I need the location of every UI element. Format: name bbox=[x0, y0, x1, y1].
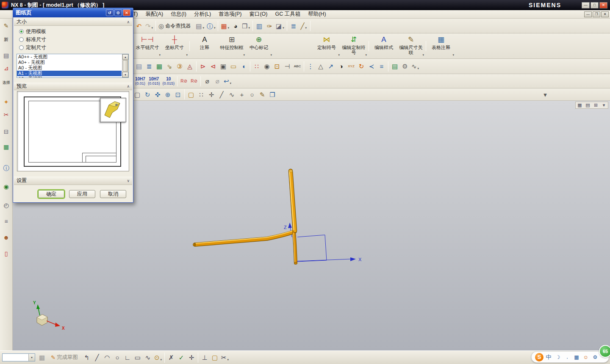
pencil-tool-icon[interactable]: ✎ bbox=[257, 89, 267, 100]
view-boundary-icon[interactable]: ▣ bbox=[218, 61, 228, 72]
list-scrollbar[interactable]: ▲ ▼ bbox=[122, 54, 128, 77]
scroll-thumb[interactable] bbox=[123, 60, 128, 72]
toolbox-icon[interactable]: ⚙ bbox=[591, 353, 599, 361]
parts-table-icon[interactable]: ▦ bbox=[2, 142, 11, 152]
circle-tool-icon[interactable]: ○ bbox=[247, 89, 257, 100]
diameter-symbol-icon[interactable]: ⌀ bbox=[202, 76, 212, 87]
section-view-icon[interactable]: ◖ bbox=[238, 61, 249, 72]
manual-icon[interactable]: ▯ bbox=[2, 249, 11, 258]
sogou-input-bar[interactable]: S中☽，▦☺⚙ bbox=[531, 351, 609, 363]
panel-icon[interactable]: ⊟ bbox=[2, 127, 11, 136]
menu-information[interactable]: 信息(I) bbox=[167, 10, 190, 19]
constraint-icon[interactable]: ⊥ bbox=[200, 352, 210, 363]
dim-style-10h7-0015-button[interactable]: 10H7(0.015) bbox=[147, 76, 161, 87]
dialog-close-icon[interactable]: ✕ bbox=[123, 9, 130, 16]
display-mode-icon[interactable]: ◕ bbox=[230, 20, 241, 31]
rectangle-select-icon[interactable]: ▢ bbox=[186, 89, 196, 100]
pan-view-icon[interactable]: ✜ bbox=[152, 89, 163, 100]
undo-icon[interactable]: ↶ bbox=[134, 20, 144, 31]
selection-label[interactable]: 选择 bbox=[2, 78, 11, 87]
people-icon[interactable]: ☻ bbox=[2, 233, 11, 242]
datum-feature-icon[interactable]: ⊳ bbox=[198, 61, 208, 72]
direct-sketch-icon[interactable]: ✎ bbox=[2, 21, 11, 30]
profile-icon[interactable]: ↰ bbox=[82, 352, 92, 363]
cancel-button[interactable]: 取消 bbox=[100, 190, 126, 198]
history-icon[interactable]: ▤ bbox=[2, 51, 11, 60]
film-view-icon[interactable]: ▦ bbox=[576, 102, 584, 108]
image-export-icon[interactable]: ▦▾ bbox=[219, 20, 230, 31]
notification-badge[interactable]: 65 bbox=[599, 345, 610, 358]
ordinate-dim-button[interactable]: ┼坐标尺寸▾ bbox=[161, 34, 188, 58]
lang-chinese-icon[interactable]: 中 bbox=[544, 353, 553, 361]
window-close-button[interactable]: ✕ bbox=[601, 11, 609, 17]
chevron-up-icon[interactable]: ∧ bbox=[127, 84, 130, 88]
radio-use-template[interactable]: 使用模板 bbox=[19, 28, 46, 34]
clock-icon[interactable]: ◴ bbox=[2, 201, 11, 210]
drawing-sheet-icon[interactable]: ▤ bbox=[134, 61, 144, 72]
horizontal-chain-dim-button[interactable]: ⊢⊣水平链尺寸▾ bbox=[134, 34, 161, 58]
chevron-down-icon[interactable]: ∨ bbox=[127, 179, 130, 183]
id-symbol-icon[interactable]: ◬ bbox=[185, 61, 195, 72]
minimize-button[interactable]: — bbox=[582, 2, 590, 8]
thumbnail-view-icon[interactable]: ▤ bbox=[584, 102, 592, 108]
radius-ref-symbol-icon[interactable]: R⊘ bbox=[189, 76, 199, 87]
task-list-icon[interactable]: ≡ bbox=[2, 217, 11, 226]
menu-preferences[interactable]: 首选项(P) bbox=[215, 10, 245, 19]
datum-cube-icon[interactable]: ❒ bbox=[267, 89, 277, 100]
menu-gc-toolbox[interactable]: GC 工具箱 bbox=[271, 10, 304, 19]
callout-icon[interactable]: ▭ bbox=[228, 61, 238, 72]
sheet-ops-icon[interactable]: ▥ bbox=[254, 20, 264, 31]
list-item[interactable]: A2 - 无视图 bbox=[17, 76, 122, 78]
chevron-up-icon[interactable]: ∧ bbox=[127, 20, 130, 24]
punctuation-icon[interactable]: ， bbox=[563, 353, 571, 361]
back-arrow-icon[interactable]: ↩▾ bbox=[222, 76, 233, 87]
menu-window[interactable]: 窗口(O) bbox=[245, 10, 271, 19]
settings-section-header[interactable]: 设置 ∨ bbox=[14, 176, 132, 185]
more-icon[interactable]: ▾ bbox=[600, 102, 608, 108]
wireframe-cube-icon[interactable]: ▢ bbox=[132, 89, 142, 100]
size-section-header[interactable]: 大小 ∧ bbox=[14, 18, 132, 26]
datum-target-icon[interactable]: ⊲ bbox=[208, 61, 218, 72]
parts-list-icon[interactable]: ▦ bbox=[154, 61, 164, 72]
selection-scope-combobox[interactable]: ▾ bbox=[2, 353, 35, 361]
window-minimize-button[interactable]: — bbox=[584, 11, 592, 17]
sogou-logo-icon[interactable]: S bbox=[535, 353, 543, 361]
snap-intersect-icon[interactable]: ✛ bbox=[186, 352, 197, 363]
auto-dimension-icon[interactable]: ▢ bbox=[210, 352, 220, 363]
point-tool-icon[interactable]: + bbox=[237, 89, 247, 100]
radius-symbol-icon[interactable]: R⊘ bbox=[179, 76, 189, 87]
menu-assemblies[interactable]: 装配(A) bbox=[141, 10, 167, 19]
studio-spline-icon[interactable]: ∿ bbox=[143, 352, 153, 363]
radio-standard-size[interactable]: 标准尺寸 bbox=[19, 36, 46, 42]
preview-section-header[interactable]: 预览 ∧ bbox=[14, 83, 132, 90]
command-finder-button[interactable]: ◎命令查找器 bbox=[157, 20, 192, 31]
point-icon[interactable]: ⊙▾ bbox=[153, 352, 163, 363]
menu-analysis[interactable]: 分析(L) bbox=[190, 10, 215, 19]
feature-control-frame-button[interactable]: ⊞特征控制框▾ bbox=[218, 34, 245, 58]
list-item[interactable]: A0 - 无视图 bbox=[17, 65, 122, 71]
circle-icon[interactable]: ○ bbox=[112, 352, 122, 363]
keyboard-icon[interactable]: ▦ bbox=[572, 353, 581, 361]
fullhalf-moon-icon[interactable]: ☽ bbox=[554, 353, 562, 361]
list-item-selected[interactable]: A1 - 无视图 bbox=[17, 71, 122, 76]
snap-end-icon[interactable]: ✗ bbox=[166, 352, 176, 363]
balloon-3-icon[interactable]: ③ bbox=[175, 61, 185, 72]
dim-style-10-0015-button[interactable]: 10(0.015) bbox=[161, 76, 176, 87]
dialog-options-gear-icon[interactable]: ⚙ bbox=[114, 9, 122, 16]
toolbar-options-icon[interactable]: ▾ bbox=[540, 89, 550, 100]
snap-points-icon[interactable]: ∷ bbox=[196, 89, 206, 100]
fillet-icon[interactable]: ∟ bbox=[122, 352, 133, 363]
window-layout-icon[interactable]: ▤▾ bbox=[194, 20, 205, 31]
snap-mid-icon[interactable]: ✓ bbox=[176, 352, 186, 363]
point-grid-icon[interactable]: ∷ bbox=[252, 61, 262, 72]
rotate-view-icon[interactable]: ↻ bbox=[142, 89, 152, 100]
apply-button[interactable]: 应用 bbox=[69, 190, 95, 198]
line-icon[interactable]: ╱ bbox=[92, 352, 102, 363]
export-icon[interactable]: ⇘ bbox=[164, 61, 175, 72]
crosshair-icon[interactable]: ✛ bbox=[206, 89, 216, 100]
model-view-icon[interactable]: ❒▾ bbox=[241, 20, 251, 31]
menu-help[interactable]: 帮助(H) bbox=[304, 10, 330, 19]
dialog-titlebar[interactable]: 图纸页 ↺ ⚙ ✕ bbox=[13, 8, 133, 17]
scroll-up-icon[interactable]: ▲ bbox=[122, 54, 128, 60]
zoom-in-icon[interactable]: ⊕ bbox=[163, 89, 173, 100]
